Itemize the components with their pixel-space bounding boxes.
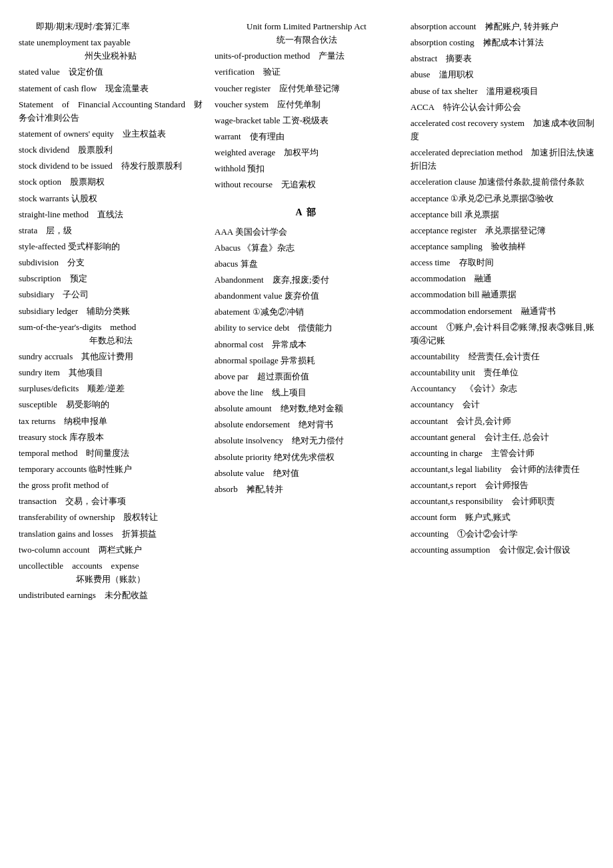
entry-sundry-item: sundry item 其他项目: [19, 366, 203, 379]
entry-transaction: transaction 交易，会计事项: [19, 495, 203, 508]
entry-undistributed-earnings: undistributed earnings 未分配收益: [19, 589, 203, 602]
entry-spot-rate: 即期/期末/现时/套算汇率: [19, 20, 203, 33]
entry-accountant-general: accountant general 会计主任, 总会计: [410, 431, 594, 444]
entry-acceptance: acceptance ①承兑②已承兑票据③验收: [410, 192, 594, 205]
entry-wage-bracket: wage-bracket table 工资-税级表: [215, 114, 398, 127]
entry-verification: verification 验证: [215, 65, 398, 79]
entry-acceleration-clause: acceleration clause 加速偿付条款,提前偿付条款: [410, 175, 594, 189]
page-content: 即期/期末/现时/套算汇率 state unemployment tax pay…: [19, 20, 594, 605]
entry-warrant: warrant 使有理由: [215, 130, 398, 143]
entry-without-recourse: without recourse 无追索权: [215, 178, 398, 191]
column-3: absorption account 摊配账户, 转并账户 absorption…: [410, 20, 594, 605]
entry-tax-returns: tax returns 纳税申报单: [19, 415, 203, 428]
entry-subdivision: subdivision 分支: [19, 256, 203, 269]
entry-above-par: above par 超过票面价值: [215, 370, 398, 383]
entry-absolute-amount: absolute amount 绝对数,绝对金额: [215, 402, 398, 415]
entry-subscription: subscription 预定: [19, 272, 203, 285]
section-header-a: A 部: [215, 207, 398, 219]
entry-stock-dividend-issued: stock dividend to be issued 待发行股票股利: [19, 159, 203, 173]
entry-temporary-accounts: temporary accounts 临时性账户: [19, 463, 203, 476]
entry-straight-line: straight-line method 直线法: [19, 208, 203, 221]
entry-abnormal-spoilage: abnormal spoilage 异常损耗: [215, 354, 398, 367]
entry-susceptible: susceptible 易受影响的: [19, 398, 203, 411]
entry-absolute-insolvency: absolute insolvency 绝对无力偿付: [215, 434, 398, 447]
entry-stock-dividend: stock dividend 股票股利: [19, 143, 203, 157]
entry-strata: strata 层，级: [19, 224, 203, 237]
entry-account-form: account form 账户式,账式: [410, 511, 594, 524]
entry-statement-financial: Statement of Financial Accounting Standa…: [19, 98, 203, 125]
entry-accelerated-depreciation: accelerated depreciation method 加速折旧法,快速…: [410, 146, 594, 173]
entry-accountancy: accountancy 会计: [410, 398, 594, 411]
entry-sundry-accruals: sundry accruals 其他应计费用: [19, 350, 203, 363]
entry-sum-of-years: sum-of-the-year's-digits method 年数总和法: [19, 321, 203, 347]
entry-abandonment: Abandonment 废弃,报废;委付: [215, 273, 398, 287]
page-number: 4: [569, 865, 574, 868]
entry-accountant: accountant 会计员,会计师: [410, 415, 594, 428]
entry-abstract: abstract 摘要表: [410, 52, 594, 65]
entry-weighted-average: weighted average 加权平均: [215, 146, 398, 159]
entry-state-unemployment: state unemployment tax payable 州失业税补贴: [19, 36, 203, 63]
entry-account: account ①账户,会计科目②账簿,报表③账目,账项④记账: [410, 321, 594, 347]
entry-aaa: AAA 美国会计学会: [215, 225, 398, 239]
entry-accountant-responsibility: accountant,s responsibility 会计师职责: [410, 495, 594, 508]
entry-acceptance-sampling: acceptance sampling 验收抽样: [410, 240, 594, 253]
entry-accountability: accountability 经营责任,会计责任: [410, 350, 594, 363]
entry-temporal-method: temporal method 时间量度法: [19, 447, 203, 460]
entry-two-column: two-column account 两栏式账户: [19, 543, 203, 557]
entry-abuse: abuse 滥用职权: [410, 68, 594, 81]
entry-accounting-in-charge: accounting in charge 主管会计师: [410, 447, 594, 460]
entry-accommodation: accommodation 融通: [410, 272, 594, 285]
entry-absolute-priority: absolute priority 绝对优先求偿权: [215, 451, 398, 464]
entry-acca: ACCA 特许公认会计师公会: [410, 101, 594, 114]
entry-style-affected: style-affected 受式样影响的: [19, 240, 203, 253]
entry-accountant-report: accountant,s report 会计师报告: [410, 479, 594, 492]
entry-absolute-value: absolute value 绝对值: [215, 467, 398, 480]
entry-subsidiary-ledger: subsidiary ledger 辅助分类账: [19, 305, 203, 318]
entry-translation-gains: translation gains and losses 折算损益: [19, 527, 203, 541]
entry-accountancy-journal: Accountancy 《会计》杂志: [410, 382, 594, 395]
entry-abacus-journal: Abacus 《算盘》杂志: [215, 241, 398, 255]
entry-subsidiary: subsidiary 子公司: [19, 288, 203, 301]
entry-accommodation-endorsement: accommodation endorsement 融通背书: [410, 305, 594, 318]
column-2: Unit form Limited Partnership Act 统一有限合伙…: [215, 20, 398, 605]
entry-stock-option: stock option 股票期权: [19, 175, 203, 189]
entry-uncollectible: uncollectible accounts expense 坏账费用（账款）: [19, 559, 203, 586]
entry-transferability: transferability of ownership 股权转让: [19, 511, 203, 524]
entry-absorption-costing: absorption costing 摊配成本计算法: [410, 36, 594, 49]
entry-voucher-system: voucher system 应付凭单制: [215, 98, 398, 111]
entry-abacus: abacus 算盘: [215, 257, 398, 271]
entry-voucher-register: voucher register 应付凭单登记簿: [215, 82, 398, 95]
entry-abnormal-cost: abnormal cost 异常成本: [215, 338, 398, 351]
entry-unit-form: Unit form Limited Partnership Act 统一有限合伙…: [215, 20, 398, 47]
entry-treasury-stock: treasury stock 库存股本: [19, 431, 203, 444]
entry-gross-profit-method: the gross profit method of: [19, 479, 203, 492]
entry-withhold: withhold 预扣: [215, 162, 398, 175]
entry-surpluses-deficits: surpluses/deficits 顺差/逆差: [19, 382, 203, 395]
entry-stated-value: stated value 设定价值: [19, 65, 203, 79]
entry-accounting: accounting ①会计②会计学: [410, 527, 594, 541]
entry-acceptance-bill: acceptance bill 承兑票据: [410, 208, 594, 221]
entry-accelerated-cost-recovery: accelerated cost recovery system 加速成本收回制…: [410, 117, 594, 143]
entry-abandonment-value: abandonment value 废弃价值: [215, 289, 398, 303]
entry-access-time: access time 存取时间: [410, 256, 594, 269]
entry-acceptance-register: acceptance register 承兑票据登记簿: [410, 224, 594, 237]
entry-above-line: above the line 线上项目: [215, 386, 398, 399]
entry-stock-warrants: stock warrants 认股权: [19, 192, 203, 205]
entry-units-of-production: units-of-production method 产量法: [215, 49, 398, 63]
entry-abuse-tax-shelter: abuse of tax shelter 滥用避税项目: [410, 85, 594, 98]
entry-accounting-assumption: accounting assumption 会计假定,会计假设: [410, 543, 594, 557]
entry-accountant-legal-liability: accountant,s legal liability 会计师的法律责任: [410, 463, 594, 476]
entry-statement-cash-flow: statement of cash flow 现金流量表: [19, 82, 203, 95]
entry-abatement: abatement ①减免②冲销: [215, 305, 398, 319]
entry-accountability-unit: accountability unit 责任单位: [410, 366, 594, 379]
entry-ability-service-debt: ability to service debt 偿债能力: [215, 321, 398, 335]
column-1: 即期/期末/现时/套算汇率 state unemployment tax pay…: [19, 20, 203, 605]
entry-absorb: absorb 摊配,转并: [215, 483, 398, 496]
entry-absorption-account: absorption account 摊配账户, 转并账户: [410, 20, 594, 33]
entry-statement-owners-equity: statement of owners' equity 业主权益表: [19, 127, 203, 141]
entry-absolute-endorsement: absolute endorsement 绝对背书: [215, 418, 398, 431]
entry-accommodation-bill: accommodation bill 融通票据: [410, 288, 594, 301]
